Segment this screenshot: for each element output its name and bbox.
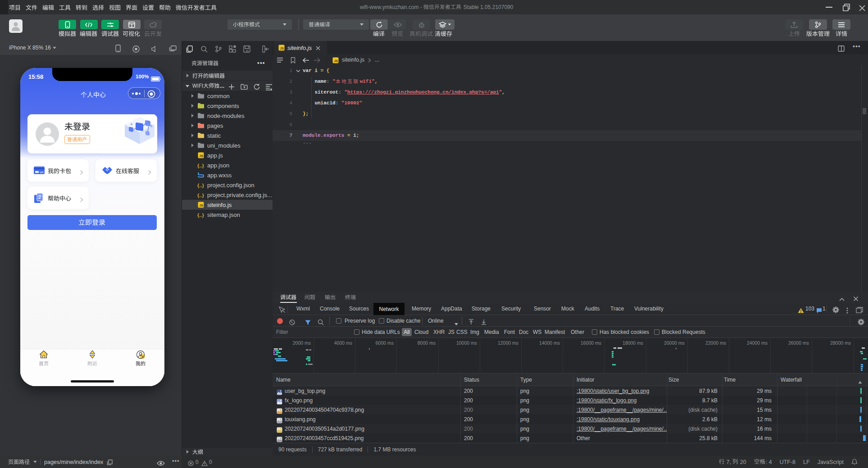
svg-text:{..}: {..} [197, 193, 204, 198]
svg-text:{..}: {..} [197, 163, 204, 168]
svg-text:JS: JS [280, 46, 284, 50]
svg-text:JS: JS [199, 203, 203, 207]
svg-text:JS: JS [334, 59, 338, 63]
svg-text:VIP: VIP [40, 171, 44, 174]
svg-text:{..}: {..} [197, 183, 204, 188]
svg-text:{..}: {..} [197, 212, 204, 218]
svg-text:JS: JS [199, 154, 203, 158]
